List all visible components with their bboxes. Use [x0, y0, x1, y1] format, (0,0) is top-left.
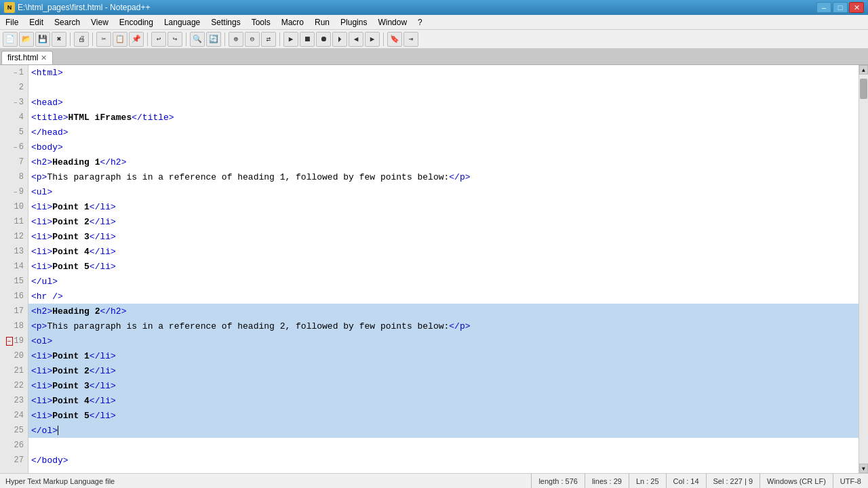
- menu-settings[interactable]: Settings: [205, 15, 245, 29]
- menu-macro[interactable]: Macro: [276, 15, 309, 29]
- gutter-line-10: 10: [0, 199, 28, 214]
- menu-help[interactable]: ?: [412, 15, 428, 29]
- zoom-in-button[interactable]: ⊕: [229, 32, 243, 47]
- code-span: <li>: [31, 411, 52, 421]
- menu-search[interactable]: Search: [49, 15, 85, 29]
- gutter-line-7: 7: [0, 155, 28, 169]
- code-line-3: <head>: [28, 95, 859, 110]
- code-span: This paragraph is in a reference of head…: [47, 321, 449, 331]
- code-span: Heading 1: [52, 157, 100, 167]
- menu-encoding[interactable]: Encoding: [114, 15, 159, 29]
- toolbar-sep-7: [383, 33, 384, 46]
- code-span: <body>: [31, 142, 63, 152]
- code-span: <ul>: [31, 187, 52, 197]
- code-span: Point 2: [52, 366, 90, 376]
- code-span: </h2>: [100, 157, 126, 167]
- gutter-line-21: 21: [0, 363, 28, 378]
- menu-edit[interactable]: Edit: [24, 15, 49, 29]
- vertical-scrollbar[interactable]: ▲ ▼: [859, 65, 868, 473]
- scroll-up-button[interactable]: ▲: [859, 65, 868, 75]
- print-button[interactable]: 🖨: [74, 32, 89, 47]
- close-button[interactable]: ✕: [849, 2, 864, 13]
- window-controls[interactable]: – □ ✕: [816, 2, 864, 13]
- code-span: </li>: [90, 232, 116, 242]
- gutter-line-17: 17: [0, 304, 28, 319]
- new-button[interactable]: 📄: [3, 32, 18, 47]
- menu-view[interactable]: View: [85, 15, 114, 29]
- scroll-thumb[interactable]: [860, 79, 867, 99]
- next-button[interactable]: ▶: [365, 32, 380, 47]
- code-line-21: <li>Point 2</li>: [28, 363, 859, 378]
- code-span: <title>: [31, 113, 68, 123]
- open-button[interactable]: 📂: [19, 32, 34, 47]
- gutter-line-13: 13: [0, 244, 28, 259]
- gutter-line-23: 23: [0, 393, 28, 408]
- run-button[interactable]: ▶: [283, 32, 298, 47]
- code-span: Heading 2: [52, 306, 100, 317]
- gutter-line-4: 4: [0, 110, 28, 125]
- prev-button[interactable]: ◀: [349, 32, 363, 47]
- code-span: This paragraph is in a reference of head…: [47, 172, 449, 182]
- toolbar-sep-2: [92, 33, 93, 46]
- menu-file[interactable]: File: [0, 15, 24, 29]
- gutter-line-6: –6: [0, 140, 28, 155]
- minimize-button[interactable]: –: [816, 2, 831, 13]
- code-span: <li>: [31, 232, 52, 242]
- menu-window[interactable]: Window: [372, 15, 412, 29]
- indent-button[interactable]: ⇥: [403, 32, 418, 47]
- title-bar: N E:\html_pages\first.html - Notepad++ –…: [0, 0, 868, 15]
- menu-language[interactable]: Language: [159, 15, 205, 29]
- cut-button[interactable]: ✂: [96, 32, 111, 47]
- code-span: Point 1: [52, 351, 90, 361]
- record-button[interactable]: ⏺: [316, 32, 331, 47]
- status-file-type: Hyper Text Markup Language file: [0, 477, 531, 485]
- undo-button[interactable]: ↩: [151, 32, 166, 47]
- menu-plugins[interactable]: Plugins: [335, 15, 372, 29]
- code-span: </li>: [90, 262, 116, 272]
- code-line-7: <h2>Heading 1</h2>: [28, 155, 859, 169]
- zoom-out-button[interactable]: ⊖: [245, 32, 260, 47]
- play-button[interactable]: ⏵: [332, 32, 347, 47]
- menu-run[interactable]: Run: [309, 15, 335, 29]
- gutter-line-26: 26: [0, 438, 28, 453]
- menu-tools[interactable]: Tools: [246, 15, 276, 29]
- code-line-4: <title>HTML iFrames</title>: [28, 110, 859, 125]
- code-line-18: <p>This paragraph is in a reference of h…: [28, 319, 859, 333]
- menu-bar: File Edit Search View Encoding Language …: [0, 15, 868, 30]
- bookmark-button[interactable]: 🔖: [387, 32, 402, 47]
- close-button[interactable]: ✖: [52, 32, 66, 47]
- redo-button[interactable]: ↪: [167, 32, 182, 47]
- status-encoding: UTF-8: [833, 474, 868, 489]
- code-span: </li>: [90, 411, 116, 421]
- code-span: HTML iFrames: [68, 113, 132, 123]
- code-line-16: <hr />: [28, 289, 859, 304]
- code-span: <p>: [31, 172, 47, 182]
- gutter-line-24: 24: [0, 408, 28, 423]
- code-span: <head>: [31, 98, 63, 108]
- find-button[interactable]: 🔍: [190, 32, 205, 47]
- gutter-line-2: 2: [0, 80, 28, 95]
- sync-scroll-button[interactable]: ⇄: [261, 32, 276, 47]
- gutter-line-5: 5: [0, 125, 28, 140]
- code-span: </p>: [449, 321, 470, 331]
- copy-button[interactable]: 📋: [113, 32, 127, 47]
- tab-first-html[interactable]: first.html ✕: [1, 51, 53, 64]
- tab-close-button[interactable]: ✕: [41, 54, 47, 62]
- gutter-line-20: 20: [0, 348, 28, 363]
- window-title: E:\html_pages\first.html - Notepad++: [18, 3, 150, 12]
- paste-button[interactable]: 📌: [129, 32, 144, 47]
- code-span: Point 5: [52, 411, 90, 421]
- save-button[interactable]: 💾: [35, 32, 50, 47]
- code-line-23: <li>Point 4</li>: [28, 393, 859, 408]
- code-editor[interactable]: <html> <head> <title>HTML iFrames</title…: [28, 65, 859, 473]
- maximize-button[interactable]: □: [833, 2, 848, 13]
- code-span: Point 4: [52, 247, 90, 257]
- gutter-line-12: 12: [0, 229, 28, 244]
- status-col: Col : 14: [666, 474, 706, 489]
- gutter-line-18: 18: [0, 319, 28, 333]
- gutter-line-11: 11: [0, 214, 28, 229]
- gutter-line-9: –9: [0, 184, 28, 199]
- scroll-down-button[interactable]: ▼: [859, 464, 868, 473]
- replace-button[interactable]: 🔄: [206, 32, 221, 47]
- stop-button[interactable]: ⏹: [300, 32, 315, 47]
